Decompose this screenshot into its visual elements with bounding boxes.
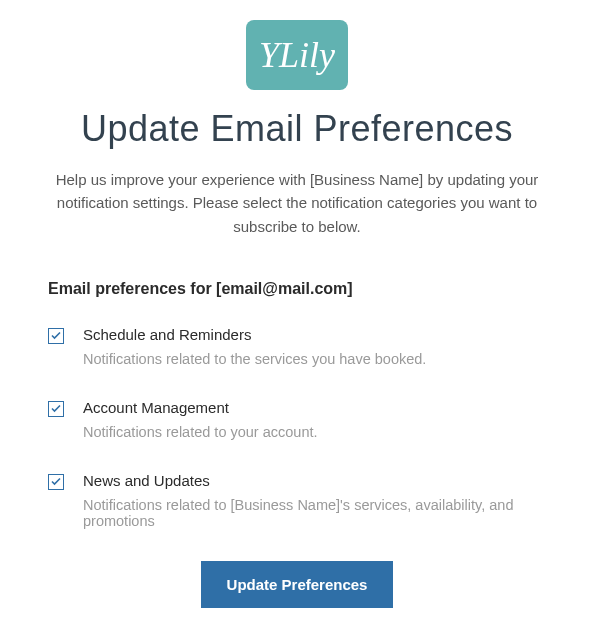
intro-text: Help us improve your experience with [Bu… [48,168,546,238]
checkbox-account-management[interactable] [48,401,64,417]
option-title: Account Management [83,399,546,416]
option-schedule-reminders: Schedule and Reminders Notifications rel… [48,326,546,367]
option-news-updates: News and Updates Notifications related t… [48,472,546,529]
option-text: News and Updates Notifications related t… [83,472,546,529]
option-description: Notifications related to [Business Name]… [83,497,546,529]
check-icon [51,477,61,486]
option-description: Notifications related to your account. [83,424,546,440]
preferences-for-label: Email preferences for [email@mail.com] [48,280,546,298]
option-text: Account Management Notifications related… [83,399,546,440]
option-title: Schedule and Reminders [83,326,546,343]
check-icon [51,404,61,413]
logo: YLily [246,20,348,90]
checkbox-schedule-reminders[interactable] [48,328,64,344]
option-description: Notifications related to the services yo… [83,351,546,367]
update-preferences-button[interactable]: Update Preferences [201,561,394,608]
option-title: News and Updates [83,472,546,489]
check-icon [51,331,61,340]
checkbox-news-updates[interactable] [48,474,64,490]
logo-text: YLily [259,34,335,76]
page-title: Update Email Preferences [48,108,546,150]
option-text: Schedule and Reminders Notifications rel… [83,326,546,367]
option-account-management: Account Management Notifications related… [48,399,546,440]
